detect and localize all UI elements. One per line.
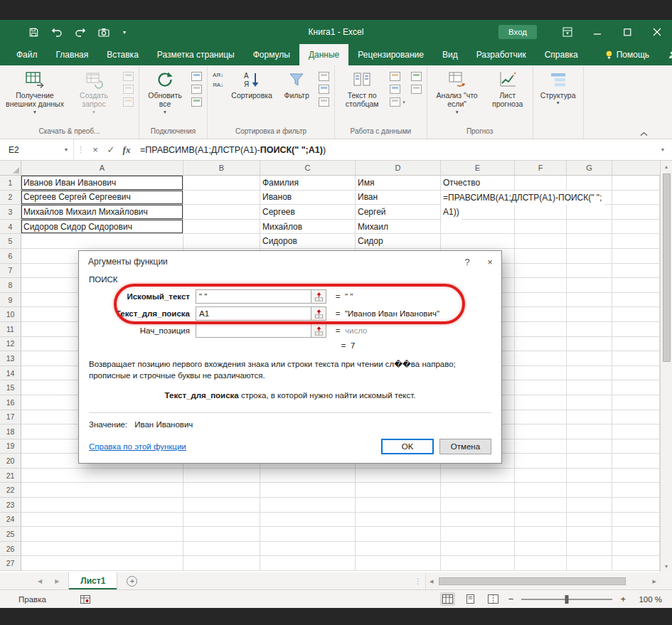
- cell-A2[interactable]: Сергеев Сергей Сергеевич: [21, 191, 183, 205]
- vertical-scroll-thumb[interactable]: [663, 173, 671, 362]
- ribbon-tab-insert[interactable]: Вставка: [97, 44, 148, 65]
- cell-F20[interactable]: [515, 454, 567, 469]
- cell-C26[interactable]: [260, 542, 356, 557]
- cell-B5[interactable]: [183, 234, 260, 249]
- cell-D25[interactable]: [356, 527, 441, 542]
- cell-F21[interactable]: [515, 469, 567, 484]
- formula-bar-expand-icon[interactable]: ▼: [654, 147, 672, 152]
- minimize-button[interactable]: [582, 20, 612, 44]
- cell-D5[interactable]: Сидор: [356, 234, 441, 249]
- ribbon-display-options-icon[interactable]: [553, 20, 582, 44]
- macro-record-icon[interactable]: [80, 595, 90, 604]
- cell-D21[interactable]: [356, 469, 441, 484]
- cell-G15[interactable]: [567, 380, 612, 395]
- cancel-entry-icon[interactable]: ×: [87, 144, 103, 155]
- cell-D2[interactable]: Иван: [356, 191, 441, 205]
- cell-A3[interactable]: Михайлов Михаил Михайлович: [21, 205, 183, 220]
- cell-E26[interactable]: [441, 542, 515, 557]
- cell-F26[interactable]: [515, 542, 567, 557]
- cell-A1[interactable]: Иванов Иван Иванович: [21, 176, 183, 191]
- cell-E23[interactable]: [441, 498, 515, 513]
- save-icon[interactable]: [28, 27, 39, 38]
- ribbon-tab-file[interactable]: Файл: [7, 44, 47, 65]
- cell-F10[interactable]: [515, 307, 567, 322]
- cell-D22[interactable]: [356, 483, 441, 498]
- cell-G25[interactable]: [567, 527, 612, 542]
- cell-D1[interactable]: Имя: [356, 176, 441, 191]
- cell-G13[interactable]: [567, 351, 612, 366]
- cell-C25[interactable]: [260, 527, 356, 542]
- cell-C21[interactable]: [260, 469, 356, 484]
- cell-A5[interactable]: [21, 234, 183, 249]
- reapply-filter-button[interactable]: [319, 85, 329, 94]
- row-header-27[interactable]: 27: [0, 556, 21, 571]
- cell-F25[interactable]: [515, 527, 567, 542]
- cell-F1[interactable]: [515, 176, 567, 191]
- column-header-F[interactable]: F: [515, 161, 567, 176]
- cell-F8[interactable]: [515, 278, 567, 293]
- collapse-dialog-icon-search-text[interactable]: [311, 289, 326, 304]
- what-if-analysis-button[interactable]: Анализ "что если" ▾: [430, 68, 485, 126]
- cell-B26[interactable]: [183, 542, 260, 557]
- cell-F16[interactable]: [515, 395, 567, 410]
- row-header-19[interactable]: 19: [0, 439, 21, 454]
- scroll-left-icon[interactable]: ◀: [426, 579, 437, 584]
- row-header-8[interactable]: 8: [0, 278, 21, 293]
- normal-view-icon[interactable]: [440, 592, 455, 606]
- dialog-help-icon[interactable]: ?: [456, 251, 479, 272]
- cell-A26[interactable]: [21, 542, 183, 557]
- row-header-11[interactable]: 11: [0, 322, 21, 337]
- cell-G22[interactable]: [567, 483, 612, 498]
- cell-D26[interactable]: [356, 542, 441, 557]
- maximize-button[interactable]: [612, 20, 642, 44]
- ribbon-tab-formulas[interactable]: Формулы: [244, 44, 299, 65]
- zoom-slider-handle[interactable]: [565, 595, 569, 604]
- cell-F4[interactable]: [515, 220, 567, 235]
- vertical-scrollbar[interactable]: ▲ ▼: [660, 161, 672, 572]
- row-header-25[interactable]: 25: [0, 527, 21, 542]
- cell-G17[interactable]: [567, 410, 612, 425]
- cell-G7[interactable]: [567, 264, 612, 279]
- cell-E4[interactable]: [441, 220, 515, 235]
- cell-B25[interactable]: [183, 527, 260, 542]
- cell-F13[interactable]: [515, 351, 567, 366]
- ribbon-tab-assistant[interactable]: Помощь: [596, 44, 658, 65]
- row-header-16[interactable]: 16: [0, 395, 21, 410]
- cell-G4[interactable]: [567, 220, 612, 235]
- ribbon-tab-share[interactable]: Поделиться: [658, 44, 672, 65]
- collapse-dialog-icon-start-num[interactable]: [311, 324, 326, 338]
- cell-F23[interactable]: [515, 498, 567, 513]
- zoom-in-icon[interactable]: +: [620, 594, 626, 604]
- cell-G12[interactable]: [567, 337, 612, 352]
- name-box-caret-icon[interactable]: ▾: [65, 146, 68, 153]
- row-header-6[interactable]: 6: [0, 249, 21, 264]
- sort-descending-button[interactable]: ЯА↓: [213, 82, 223, 88]
- row-header-20[interactable]: 20: [0, 454, 21, 469]
- name-box[interactable]: E2 ▾: [0, 139, 74, 160]
- cell-E1[interactable]: Отчество: [441, 176, 515, 191]
- cell-C27[interactable]: [260, 556, 356, 571]
- cell-B1[interactable]: [183, 176, 260, 191]
- row-header-24[interactable]: 24: [0, 513, 21, 528]
- recent-sources-button[interactable]: [123, 97, 134, 107]
- ribbon-tab-page-layout[interactable]: Разметка страницы: [148, 44, 244, 65]
- ribbon-tab-help[interactable]: Справка: [535, 44, 587, 65]
- cell-F15[interactable]: [515, 380, 567, 395]
- column-header-B[interactable]: B: [183, 161, 260, 176]
- cell-G18[interactable]: [567, 424, 612, 439]
- column-header-A[interactable]: A: [21, 161, 183, 176]
- cell-C1[interactable]: Фамилия: [260, 176, 356, 191]
- cell-E21[interactable]: [441, 469, 515, 484]
- confirm-entry-icon[interactable]: ✓: [103, 144, 119, 155]
- cell-E5[interactable]: [441, 234, 515, 249]
- zoom-out-icon[interactable]: −: [508, 594, 514, 604]
- cell-C24[interactable]: [260, 513, 356, 528]
- ribbon-tab-developer[interactable]: Разработчик: [467, 44, 535, 65]
- cell-F27[interactable]: [515, 556, 567, 571]
- cell-A27[interactable]: [21, 556, 183, 571]
- column-header-G[interactable]: G: [567, 161, 612, 176]
- cell-G9[interactable]: [567, 293, 612, 308]
- cell-F5[interactable]: [515, 234, 567, 249]
- row-header-17[interactable]: 17: [0, 410, 21, 425]
- column-header-D[interactable]: D: [356, 161, 441, 176]
